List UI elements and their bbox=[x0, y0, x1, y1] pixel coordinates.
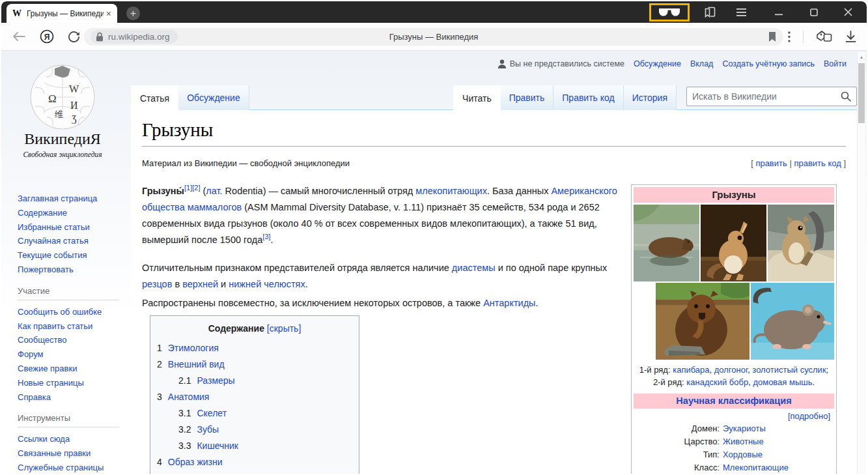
text-link[interactable]: резцов bbox=[142, 279, 172, 289]
taxonomy-value[interactable]: Хордовые bbox=[723, 448, 834, 461]
sidebar-link[interactable]: Новые страницы bbox=[18, 376, 127, 390]
classification-link[interactable]: Научная классификация bbox=[676, 396, 791, 406]
sidebar-link[interactable]: Содержание bbox=[18, 206, 127, 220]
article-title: Грызуны bbox=[142, 119, 846, 147]
collections-icon[interactable] bbox=[816, 30, 833, 43]
text-link[interactable]: нижней челюстях bbox=[229, 279, 305, 289]
details-link[interactable]: [подробно] bbox=[788, 411, 830, 421]
sidebar-link[interactable]: Сообщество bbox=[18, 333, 127, 347]
page-tab[interactable]: Обсуждение bbox=[178, 85, 249, 110]
personal-link[interactable]: Обсуждение bbox=[634, 59, 681, 68]
toc-link[interactable]: Питание bbox=[197, 470, 232, 474]
taxonomy-value[interactable]: Млекопитающие bbox=[723, 461, 834, 474]
menu-button[interactable] bbox=[730, 1, 752, 23]
sidebar-link[interactable]: Справка bbox=[18, 390, 127, 405]
minimize-button[interactable] bbox=[768, 1, 790, 23]
text-link[interactable]: домовая мышь bbox=[753, 377, 812, 387]
scroll-up-arrow[interactable]: ▲ bbox=[858, 52, 865, 61]
incognito-highlight-box[interactable] bbox=[649, 3, 690, 22]
toc-link[interactable]: Зубы bbox=[197, 422, 219, 438]
bookmark-this-button[interactable] bbox=[768, 31, 777, 42]
toc-number: 2.1 bbox=[178, 373, 191, 389]
maximize-button[interactable] bbox=[803, 1, 825, 23]
toc-hide-link[interactable]: [скрыть] bbox=[267, 323, 301, 334]
taxonomy-value[interactable]: Животные bbox=[723, 435, 834, 448]
page-scrollbar[interactable]: ▲ bbox=[857, 52, 865, 474]
side-panel-button[interactable] bbox=[699, 1, 721, 23]
text-link[interactable]: Антарктиды bbox=[483, 298, 535, 308]
sidebar-link[interactable]: Сообщить об ошибке bbox=[18, 305, 127, 319]
sidebar-link[interactable]: Избранные статьи bbox=[18, 220, 127, 235]
text-link[interactable]: млекопитающих bbox=[415, 186, 487, 196]
sidebar-link[interactable]: Форум bbox=[18, 347, 127, 362]
text-link[interactable]: править bbox=[755, 158, 787, 168]
address-bar[interactable]: ru.wikipedia.org Грызуны — Википедия bbox=[84, 28, 783, 46]
text-link[interactable]: капибара bbox=[673, 365, 709, 375]
wikipedia-wordmark[interactable]: ВикипедиЯ bbox=[1, 130, 124, 148]
house-mouse-photo[interactable] bbox=[751, 283, 834, 360]
toc-link[interactable]: Образ жизни bbox=[168, 454, 223, 470]
page-tab[interactable]: История bbox=[623, 85, 677, 110]
reference-link[interactable]: [1] bbox=[184, 184, 192, 192]
personal-link[interactable]: Вклад bbox=[690, 59, 714, 68]
user-icon bbox=[497, 59, 507, 68]
toc-item: 4Образ жизни bbox=[157, 454, 352, 470]
sidebar-link[interactable]: Как править статьи bbox=[18, 319, 127, 334]
sidebar-link[interactable]: Ссылки сюда bbox=[18, 432, 127, 446]
page-tab[interactable]: Править код bbox=[553, 85, 623, 110]
text-link[interactable]: диастемы bbox=[452, 263, 496, 273]
download-icon[interactable] bbox=[845, 31, 856, 42]
toc-link[interactable]: Кишечник bbox=[197, 438, 238, 454]
search-icon[interactable] bbox=[841, 91, 851, 102]
search-input[interactable] bbox=[692, 91, 841, 102]
browser-tab[interactable]: W Грызуны — Википедия × bbox=[7, 4, 117, 23]
tab-close-icon[interactable]: × bbox=[106, 8, 111, 19]
toc-link[interactable]: Размеры bbox=[197, 373, 234, 389]
text-link[interactable]: канадский бобр bbox=[686, 377, 748, 387]
scrollbar-thumb[interactable] bbox=[858, 63, 865, 123]
reference-link[interactable]: [3] bbox=[262, 233, 270, 240]
more-options-button[interactable] bbox=[788, 31, 791, 42]
refresh-icon[interactable] bbox=[68, 31, 80, 43]
reference-link[interactable]: [2] bbox=[192, 184, 200, 192]
page-tab[interactable]: Статья bbox=[131, 85, 178, 111]
beaver-photo[interactable] bbox=[656, 283, 749, 360]
plus-icon: + bbox=[130, 8, 136, 19]
text-link[interactable]: лат. bbox=[206, 186, 222, 196]
text-link[interactable]: верхней bbox=[182, 279, 218, 289]
sidebar-link[interactable]: Пожертвовать bbox=[18, 263, 127, 277]
sidebar-link[interactable]: Связанные правки bbox=[18, 446, 127, 461]
springhare-photo[interactable] bbox=[701, 205, 766, 281]
page-tab[interactable]: Читать bbox=[453, 85, 501, 111]
toc-link[interactable]: Этимология bbox=[168, 340, 219, 356]
new-tab-button[interactable]: + bbox=[126, 7, 140, 20]
close-window-button[interactable] bbox=[837, 1, 859, 23]
sidebar-link[interactable]: Случайная статья bbox=[18, 234, 127, 248]
wikipedia-logo[interactable]: Ω W И 维 Ʒ bbox=[1, 63, 124, 134]
page-tab[interactable]: Править bbox=[500, 85, 554, 110]
back-icon[interactable] bbox=[12, 31, 26, 42]
sidebar-link[interactable]: Заглавная страница bbox=[18, 192, 127, 206]
sidebar-link[interactable]: Служебные страницы bbox=[18, 461, 127, 474]
taxonomy-row: Царство:Животные bbox=[634, 435, 834, 448]
personal-link[interactable]: Создать учётную запись bbox=[722, 59, 815, 68]
toc-link[interactable]: Внешний вид bbox=[168, 356, 225, 373]
taxonomy-value[interactable]: Эукариоты bbox=[723, 422, 834, 435]
article-paragraph: Распространены повсеместно, за исключени… bbox=[142, 295, 624, 311]
sidebar-link[interactable]: Текущие события bbox=[18, 248, 127, 263]
toc-item: 4.1Питание bbox=[157, 470, 352, 474]
text-link[interactable]: золотистый суслик bbox=[752, 365, 826, 375]
personal-link[interactable]: Войти bbox=[824, 59, 847, 68]
toc-link[interactable]: Анатомия bbox=[168, 389, 210, 405]
toc-link[interactable]: Скелет bbox=[197, 405, 227, 422]
wiki-search-box[interactable] bbox=[686, 87, 857, 106]
text-link[interactable]: править код bbox=[794, 158, 841, 168]
text-link[interactable]: долгоног bbox=[714, 365, 748, 375]
sidebar-link[interactable]: Свежие правки bbox=[18, 362, 127, 376]
wikipedia-favicon-icon: W bbox=[12, 8, 21, 19]
golden-squirrel-photo[interactable] bbox=[768, 205, 834, 281]
toc-item: 1Этимология bbox=[157, 340, 352, 356]
yandex-icon[interactable]: Я bbox=[40, 29, 54, 44]
capybara-photo[interactable] bbox=[634, 205, 699, 281]
taxonomy-label: Класс: bbox=[634, 461, 720, 474]
